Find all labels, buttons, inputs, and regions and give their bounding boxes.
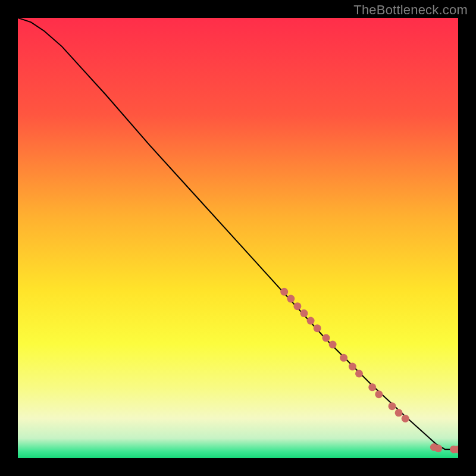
watermark-text: TheBottleneck.com	[353, 2, 468, 18]
chart-svg	[18, 18, 458, 458]
marker-seg-13	[389, 402, 396, 410]
marker-seg-3	[300, 309, 308, 317]
marker-seg-15	[402, 415, 409, 422]
marker-seg-9	[349, 363, 356, 371]
marker-tail-1	[434, 444, 442, 452]
marker-seg-8	[340, 354, 347, 362]
gradient-background	[18, 18, 458, 458]
marker-seg-14	[395, 409, 403, 416]
marker-seg-2	[293, 302, 301, 310]
plot-area	[18, 18, 458, 458]
marker-seg-4	[307, 317, 315, 325]
chart-frame: TheBottleneck.com	[0, 0, 476, 476]
marker-seg-0	[280, 288, 288, 296]
marker-seg-7	[329, 341, 337, 349]
marker-seg-10	[355, 369, 363, 377]
marker-seg-11	[368, 383, 376, 391]
marker-seg-6	[322, 334, 330, 342]
marker-seg-12	[375, 390, 383, 398]
marker-seg-5	[314, 324, 321, 332]
marker-seg-1	[287, 295, 295, 303]
